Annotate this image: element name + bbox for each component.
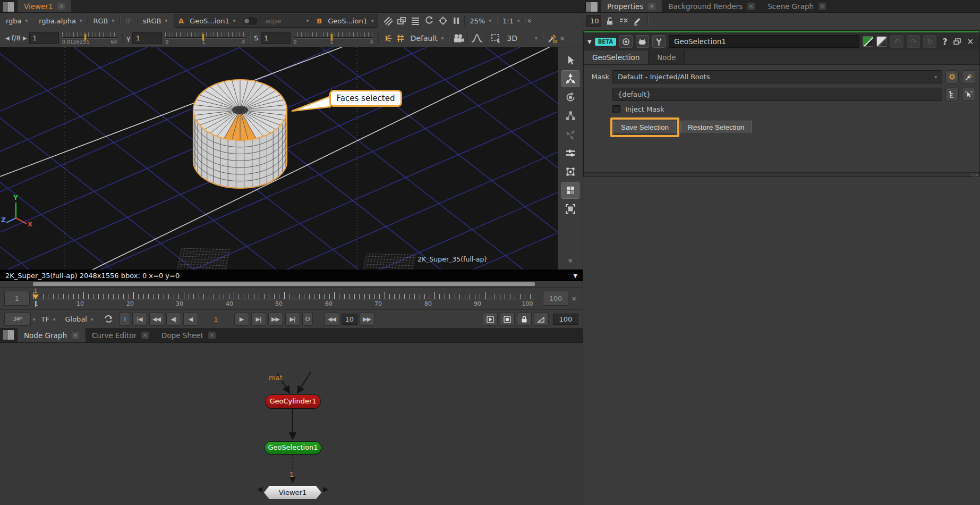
layer-dropdown[interactable]: rgba▾	[2, 17, 31, 25]
current-frame-field[interactable]: 1	[200, 315, 232, 323]
frame-increment-field[interactable]: 10	[342, 314, 357, 325]
panel-collapse-icon[interactable]: ▼	[587, 39, 592, 45]
vertex-select-tool-icon[interactable]	[561, 163, 580, 180]
timeline-zoom-bar[interactable]	[33, 282, 535, 286]
scatter-tool-icon[interactable]	[561, 126, 580, 143]
view-preset-dropdown[interactable]: Default▾	[407, 34, 448, 43]
render-record-icon[interactable]	[500, 313, 515, 326]
lut-dropdown[interactable]: sRGB▾	[139, 17, 171, 25]
node-name-field[interactable]: GeoSelection1	[669, 35, 859, 48]
flipbook-ramp-icon[interactable]	[534, 313, 549, 326]
skip-back-button[interactable]: ◀◀	[325, 313, 339, 326]
wipe-dropdown[interactable]: wipe▾	[261, 17, 312, 25]
tf-dropdown[interactable]: TF▾	[38, 315, 59, 323]
goto-start-button[interactable]: |◀	[132, 313, 147, 326]
close-icon[interactable]: ×	[648, 3, 655, 10]
fstop-prev-icon[interactable]: ◀	[3, 35, 12, 41]
edit-pencil-icon[interactable]	[633, 16, 642, 26]
lock-panels-icon[interactable]	[606, 16, 615, 26]
alpha-layer-dropdown[interactable]: rgba.alpha▾	[35, 17, 86, 25]
undo-icon[interactable]: ↶	[890, 35, 904, 48]
tab-viewer1[interactable]: Viewer1 ×	[18, 0, 71, 12]
tab-properties[interactable]: Properties×	[601, 0, 662, 12]
grid-hash-icon[interactable]	[394, 33, 407, 43]
scene-tree-icon[interactable]	[945, 88, 959, 101]
save-selection-button[interactable]: Save Selection	[613, 121, 676, 134]
fstop-next-icon[interactable]: ▶	[21, 35, 29, 41]
close-icon[interactable]: ×	[57, 3, 65, 10]
panel-color-swatch[interactable]	[876, 36, 887, 47]
rotate-tool-icon[interactable]	[561, 89, 580, 106]
step-forward-button[interactable]: ▶|	[251, 313, 266, 326]
redo-icon[interactable]: ↷	[907, 35, 920, 48]
pane-menu-icon[interactable]	[585, 2, 598, 12]
saturation-slider[interactable]: 0 1 4	[294, 31, 373, 45]
pick-from-viewer-icon[interactable]	[962, 88, 975, 101]
toolbar2-overflow-icon[interactable]: »	[557, 36, 567, 40]
close-icon[interactable]: ×	[208, 332, 216, 339]
node-viewer1[interactable]: Viewer1	[264, 486, 321, 499]
playback-mode-icon[interactable]	[99, 314, 117, 325]
tab-node[interactable]: Node	[649, 50, 685, 64]
translate-tool-icon[interactable]	[561, 70, 580, 87]
play-forward-button[interactable]: ▶	[234, 313, 249, 326]
playhead[interactable]: 1	[32, 288, 39, 307]
viewport-3d[interactable]: Faces selected 2K_Super_35(full-ap) Y X …	[0, 47, 583, 270]
pause-icon[interactable]	[450, 16, 463, 26]
mask-gear-icon[interactable]	[945, 70, 959, 83]
tab-background-renders[interactable]: Background Renders×	[662, 0, 761, 12]
step-back-button[interactable]: ◀|	[166, 313, 181, 326]
mask-dropdown[interactable]: Default - Injected/All Roots ▾	[612, 70, 942, 83]
prev-keyframe-button[interactable]: ◀◀	[149, 313, 164, 326]
object-select-tool-icon[interactable]	[561, 200, 580, 217]
restore-selection-button[interactable]: Restore Selection	[680, 121, 752, 134]
gamma-slider[interactable]: 0 1 4	[165, 31, 245, 45]
lock-range-icon[interactable]	[517, 313, 532, 326]
pixel-aspect-dropdown[interactable]: 1:1▾	[499, 17, 523, 25]
node-geocylinder1[interactable]: GeoCylinder1	[266, 395, 320, 408]
pane-menu-icon[interactable]	[2, 330, 15, 340]
scanlines-icon[interactable]	[408, 15, 422, 26]
set-out-button[interactable]: O	[302, 313, 313, 326]
view-mode-dropdown[interactable]: 3D▾	[503, 34, 541, 43]
inject-mask-checkbox[interactable]	[612, 105, 620, 113]
headlamp-icon[interactable]	[380, 33, 394, 44]
range-end-box[interactable]: 100	[543, 291, 568, 306]
flipbook-play-icon[interactable]	[483, 313, 498, 326]
status-dropdown-icon[interactable]: ▼	[573, 273, 577, 279]
toolbar-overflow-icon[interactable]: »	[525, 18, 534, 23]
node-geoselection1[interactable]: GeoSelection1	[265, 442, 321, 454]
playback-end-field[interactable]: 100	[553, 314, 578, 325]
fstop-label[interactable]: f/8	[12, 34, 21, 42]
goto-end-button[interactable]: ▶|	[285, 313, 300, 326]
help-icon[interactable]: ?	[940, 37, 950, 47]
input-process-toggle[interactable]: IP	[122, 17, 135, 25]
float-panel-icon[interactable]	[953, 38, 961, 45]
timeline-zoom-track[interactable]	[0, 281, 583, 288]
fps-dropdown[interactable]: 24*	[4, 313, 31, 326]
max-panels-field[interactable]: 10	[586, 15, 601, 27]
sliders-tool-icon[interactable]	[561, 145, 580, 162]
gain-slider[interactable]: 0.015625 1 64	[62, 31, 117, 45]
panel-resize-grip[interactable]	[584, 172, 979, 176]
tab-geoselection[interactable]: GeoSelection	[584, 50, 649, 64]
proxy-stripes-icon[interactable]	[381, 15, 395, 26]
refresh-icon[interactable]	[422, 15, 436, 26]
node-chip-icon[interactable]	[636, 35, 649, 48]
range-dropdown[interactable]: Global▾	[61, 315, 97, 323]
tab-node-graph[interactable]: Node Graph×	[18, 328, 86, 342]
b-input-dropdown[interactable]: GeoS...ion1▾	[324, 17, 377, 25]
gamma-input[interactable]	[132, 32, 162, 44]
select-tool-icon[interactable]	[561, 52, 580, 69]
tab-dope-sheet[interactable]: Dope Sheet×	[155, 328, 222, 342]
close-icon[interactable]: ×	[72, 332, 79, 339]
range-start-box[interactable]: 1	[4, 291, 30, 306]
face-select-tool-icon[interactable]	[561, 182, 580, 199]
wipe-toggle[interactable]	[243, 18, 257, 24]
mask-eyedropper-icon[interactable]	[962, 70, 975, 83]
channels-dropdown[interactable]: RGB▾	[89, 17, 118, 25]
zoom-level-dropdown[interactable]: 25%▾	[466, 17, 495, 25]
node-color-swatch[interactable]	[863, 36, 873, 47]
close-icon[interactable]: ×	[141, 332, 149, 339]
tool-column-overflow-icon[interactable]: »	[566, 258, 575, 263]
